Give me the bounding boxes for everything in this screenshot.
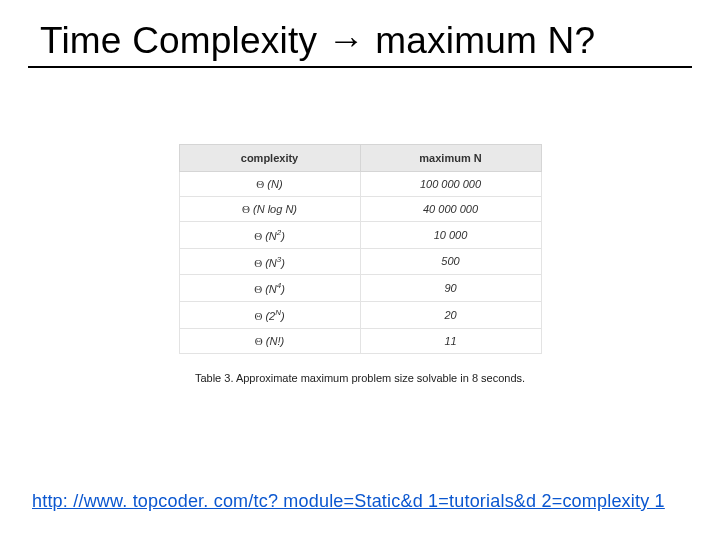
theta-symbol: Θ (242, 203, 250, 215)
table-row: Θ (N!)11 (179, 328, 541, 353)
theta-symbol: Θ (254, 310, 262, 322)
cell-complexity: Θ (N) (179, 172, 360, 197)
theta-symbol: Θ (254, 283, 262, 295)
theta-symbol: Θ (254, 256, 262, 268)
cell-maxn: 500 (360, 248, 541, 275)
cell-complexity: Θ (N3) (179, 248, 360, 275)
table-row: Θ (N4)90 (179, 275, 541, 302)
exponent: 4 (277, 281, 281, 290)
exponent: 3 (277, 255, 281, 264)
exponent: N (275, 308, 281, 317)
cell-complexity: Θ (N2) (179, 222, 360, 249)
title-underline (28, 66, 692, 68)
complexity-table: complexity maximum N Θ (N)100 000 000Θ (… (179, 144, 542, 354)
exponent: 2 (277, 228, 281, 237)
table-row: Θ (N)100 000 000 (179, 172, 541, 197)
table-row: Θ (N log N)40 000 000 (179, 197, 541, 222)
header-complexity: complexity (179, 145, 360, 172)
cell-maxn: 90 (360, 275, 541, 302)
source-link[interactable]: http: //www. topcoder. com/tc? module=St… (32, 491, 665, 512)
complexity-table-wrap: complexity maximum N Θ (N)100 000 000Θ (… (0, 144, 720, 354)
theta-symbol: Θ (254, 230, 262, 242)
table-body: Θ (N)100 000 000Θ (N log N)40 000 000Θ (… (179, 172, 541, 354)
cell-complexity: Θ (2N) (179, 301, 360, 328)
cell-complexity: Θ (N log N) (179, 197, 360, 222)
header-maxn: maximum N (360, 145, 541, 172)
cell-maxn: 20 (360, 301, 541, 328)
cell-complexity: Θ (N4) (179, 275, 360, 302)
table-caption: Table 3. Approximate maximum problem siz… (0, 372, 720, 384)
slide: Time Complexity → maximum N? complexity … (0, 0, 720, 540)
theta-symbol: Θ (256, 178, 264, 190)
cell-complexity: Θ (N!) (179, 328, 360, 353)
cell-maxn: 100 000 000 (360, 172, 541, 197)
cell-maxn: 40 000 000 (360, 197, 541, 222)
cell-maxn: 10 000 (360, 222, 541, 249)
page-title: Time Complexity → maximum N? (0, 0, 720, 66)
cell-maxn: 11 (360, 328, 541, 353)
table-row: Θ (2N)20 (179, 301, 541, 328)
theta-symbol: Θ (255, 335, 263, 347)
table-row: Θ (N3)500 (179, 248, 541, 275)
table-row: Θ (N2)10 000 (179, 222, 541, 249)
table-header-row: complexity maximum N (179, 145, 541, 172)
